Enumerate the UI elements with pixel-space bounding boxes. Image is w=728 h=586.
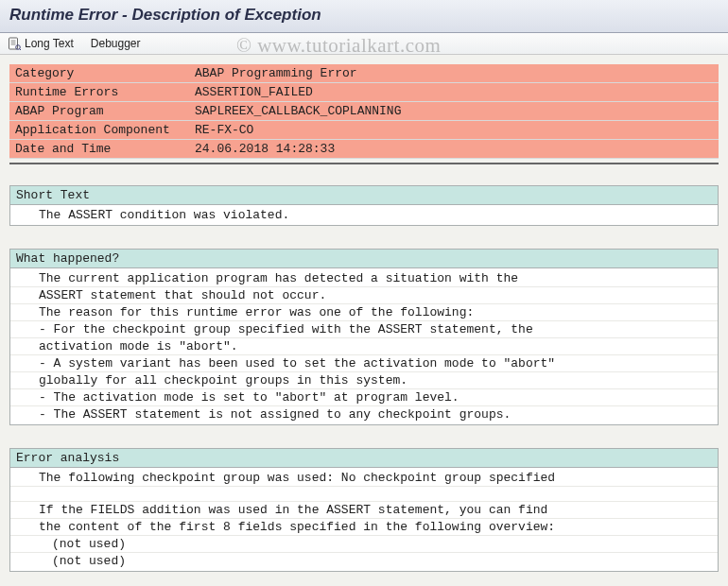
toolbar: Long Text Debugger bbox=[0, 33, 728, 55]
summary-table: CategoryABAP Programming ErrorRuntime Er… bbox=[9, 64, 719, 159]
section-body: The current application program has dete… bbox=[9, 267, 719, 425]
text-line: globally for all checkpoint groups in th… bbox=[10, 372, 718, 389]
svg-line-5 bbox=[20, 49, 22, 51]
section-what-happened: What happened? The current application p… bbox=[9, 249, 719, 425]
summary-key: Runtime Errors bbox=[9, 83, 189, 102]
section-header: Short Text bbox=[9, 185, 719, 204]
text-line: The current application program has dete… bbox=[10, 270, 718, 287]
title-bar: Runtime Error - Description of Exception bbox=[0, 0, 728, 33]
summary-value: ASSERTION_FAILED bbox=[189, 83, 719, 102]
text-line: activation mode is "abort". bbox=[10, 338, 718, 355]
section-body: The ASSERT condition was violated. bbox=[9, 204, 719, 226]
summary-value: ABAP Programming Error bbox=[189, 64, 719, 83]
text-line: (not used) bbox=[10, 553, 718, 569]
long-text-label: Long Text bbox=[25, 37, 74, 50]
text-line: If the FIELDS addition was used in the A… bbox=[10, 502, 718, 519]
section-short-text: Short Text The ASSERT condition was viol… bbox=[9, 185, 719, 226]
text-line: the content of the first 8 fields specif… bbox=[10, 519, 718, 536]
text-line: - A system variant has been used to set … bbox=[10, 355, 718, 372]
summary-value: RE-FX-CO bbox=[189, 121, 719, 140]
summary-separator bbox=[9, 163, 719, 164]
document-icon bbox=[8, 37, 21, 50]
table-row: Application ComponentRE-FX-CO bbox=[9, 121, 719, 140]
text-line: The ASSERT condition was violated. bbox=[10, 207, 718, 223]
text-line: - The activation mode is set to "abort" … bbox=[10, 389, 718, 406]
section-header: What happened? bbox=[9, 249, 719, 267]
text-line: The following checkpoint group was used:… bbox=[10, 470, 718, 487]
summary-key: Date and Time bbox=[9, 140, 189, 159]
section-error-analysis: Error analysis The following checkpoint … bbox=[9, 448, 719, 572]
table-row: Runtime ErrorsASSERTION_FAILED bbox=[9, 83, 719, 102]
window-title: Runtime Error - Description of Exception bbox=[9, 6, 719, 25]
table-row: Date and Time24.06.2018 14:28:33 bbox=[9, 140, 719, 159]
text-line: ASSERT statement that should not occur. bbox=[10, 287, 718, 304]
table-row: ABAP ProgramSAPLREEX_CALLBACK_COPLANNING bbox=[9, 102, 719, 121]
long-text-button[interactable]: Long Text bbox=[8, 37, 74, 50]
text-line: - The ASSERT statement is not assigned t… bbox=[10, 406, 718, 422]
summary-value: SAPLREEX_CALLBACK_COPLANNING bbox=[189, 102, 719, 121]
section-header: Error analysis bbox=[9, 448, 719, 467]
text-line: (not used) bbox=[10, 536, 718, 553]
summary-key: Category bbox=[9, 64, 189, 83]
debugger-button[interactable]: Debugger bbox=[91, 37, 141, 50]
text-line bbox=[10, 487, 718, 502]
section-body: The following checkpoint group was used:… bbox=[9, 467, 719, 572]
summary-key: ABAP Program bbox=[9, 102, 189, 121]
table-row: CategoryABAP Programming Error bbox=[9, 64, 719, 83]
debugger-label: Debugger bbox=[91, 37, 141, 50]
text-line: The reason for this runtime error was on… bbox=[10, 304, 718, 321]
summary-value: 24.06.2018 14:28:33 bbox=[189, 140, 719, 159]
summary-key: Application Component bbox=[9, 121, 189, 140]
text-line: - For the checkpoint group specified wit… bbox=[10, 321, 718, 338]
content-area: CategoryABAP Programming ErrorRuntime Er… bbox=[0, 55, 728, 572]
